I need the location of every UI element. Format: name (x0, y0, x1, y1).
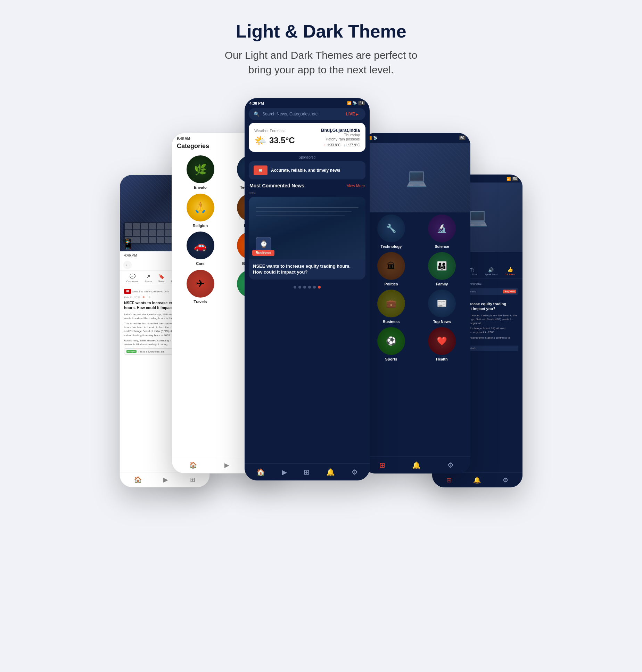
category-circle: 🚗 (187, 232, 214, 259)
weather-left: Weather Forecast 🌤️ 33.5°C (254, 129, 295, 146)
carousel-dot[interactable] (298, 286, 301, 289)
section-header: Most Commented News View More (245, 183, 370, 191)
signal-icon: 📡 (353, 101, 357, 105)
rc-nav-settings[interactable]: ⚙ (447, 461, 454, 469)
cl-nav-home[interactable]: 🏠 (189, 461, 197, 469)
article-card[interactable]: ⌚ Business NSEE wants to increase equity… (249, 197, 365, 280)
category-circle: 🙏 (187, 194, 214, 221)
category-item-religion[interactable]: 🙏 Religion (177, 194, 224, 228)
dark-category-circle: 💼 (377, 290, 405, 317)
dark-category-circle: 🏛 (377, 252, 405, 280)
phones-showcase: 📱 4:46 PM ← 💬 Comment ↗ Share 🔖 Sa (113, 98, 529, 550)
dark-category-item-health[interactable]: ❤️ Health (418, 327, 466, 361)
r-buy-now-button[interactable]: Buy Now (503, 290, 516, 293)
dark-category-circle: ❤️ (428, 327, 456, 355)
rc-status-bar: 📶 📡 50 (363, 133, 470, 143)
category-circle: 🌿 (187, 155, 214, 183)
main-title: Light & Dark Theme (225, 21, 418, 42)
category-circle: ✈ (187, 270, 214, 298)
dark-category-circle: 🔬 (428, 214, 456, 242)
sponsored-label: Sponsored (245, 155, 370, 159)
phone-rc-nav: ⊞ 🔔 ⚙ (363, 456, 470, 473)
category-item-cars[interactable]: 🚗 Cars (177, 232, 224, 266)
weather-hl: ↑ H:33.8°C ↓ L:27.9°C (321, 143, 360, 147)
dark-category-label: Business (383, 319, 400, 324)
phone-right-center: 📶 📡 50 💻 🔧 Technology 🔬 Science 🏛 (363, 133, 470, 473)
back-button[interactable]: ← (123, 261, 132, 269)
live-badge: LIVE ▶ (344, 111, 361, 117)
dark-category-item-politics[interactable]: 🏛 Politics (368, 252, 415, 286)
dark-category-item-sports[interactable]: ⚽ Sports (368, 327, 415, 361)
search-icon: 🔍 (254, 111, 260, 117)
article-card-image: ⌚ Business (249, 197, 365, 259)
dark-category-label: Politics (384, 282, 398, 286)
carousel-dot[interactable] (294, 286, 296, 289)
c-nav-home[interactable]: 🏠 (256, 468, 265, 476)
phone-r-nav: ⊞ 🔔 ⚙ (432, 472, 522, 487)
nav-home-icon[interactable]: 🏠 (134, 476, 142, 484)
nav-video-icon[interactable]: ▶ (163, 476, 168, 484)
dark-category-circle: 👨‍👩‍👧 (428, 252, 456, 280)
weather-card: Weather Forecast 🌤️ 33.5°C Bhuj,Gujarat,… (249, 123, 365, 152)
battery-icon: 51 (358, 101, 365, 105)
ad-news-logo: 📰 (254, 165, 268, 175)
dark-category-label: Science (435, 244, 449, 249)
r-nav-grid[interactable]: ⊞ (446, 476, 452, 484)
dark-category-item-top-news[interactable]: 📰 Top News (418, 290, 466, 324)
c-nav-video[interactable]: ▶ (282, 468, 287, 476)
dark-category-label: Technology (381, 244, 402, 249)
phone-center-nav: 🏠 ▶ ⊞ 🔔 ⚙ (245, 463, 370, 480)
center-search-bar[interactable]: 🔍 Search News, Categories, etc. LIVE ▶ (249, 108, 365, 120)
weather-right: Bhuj,Gujarat,India Thursday Patchy rain … (321, 128, 360, 147)
test-label: test (245, 191, 370, 197)
c-nav-grid[interactable]: ⊞ (304, 468, 310, 476)
dark-category-circle: 📰 (428, 290, 456, 317)
weather-icon: 🌤️ (254, 135, 266, 146)
center-status-bar: 4:38 PM 📶 📡 51 (245, 98, 370, 107)
dark-category-item-technology[interactable]: 🔧 Technology (368, 214, 415, 249)
c-nav-bell[interactable]: 🔔 (326, 468, 335, 476)
business-category-badge: Business (252, 250, 274, 256)
carousel-dot[interactable] (303, 286, 306, 289)
comment-action[interactable]: 💬 Comment (126, 274, 139, 283)
r-nav-bell[interactable]: 🔔 (473, 476, 481, 484)
phone-center-main: 4:38 PM 📶 📡 51 🔍 Search News, Categories… (245, 98, 370, 480)
dark-category-label: Sports (385, 357, 397, 361)
category-item-envato[interactable]: 🌿 Envato (177, 155, 224, 190)
category-label: Envato (194, 185, 207, 189)
carousel-dot[interactable] (318, 286, 321, 289)
save-action[interactable]: 🔖 Save (158, 274, 164, 283)
dark-category-item-business[interactable]: 💼 Business (368, 290, 415, 324)
r-likes: 👍 12 likes (505, 267, 515, 276)
category-label: Cars (196, 261, 204, 266)
dark-category-label: Family (436, 282, 448, 286)
carousel-dot[interactable] (308, 286, 311, 289)
dark-category-circle: ⚽ (377, 327, 405, 355)
dark-category-circle: 🔧 (377, 214, 405, 242)
ad-card: 📰 Accurate, reliable, and timely news (249, 161, 365, 179)
dark-category-item-family[interactable]: 👨‍👩‍👧 Family (418, 252, 466, 286)
carousel-dot[interactable] (313, 286, 316, 289)
article-card-body: NSEE wants to increase equity trading ho… (249, 259, 365, 280)
rc-nav-grid[interactable]: ⊞ (379, 461, 385, 469)
rc-nav-bell[interactable]: 🔔 (412, 461, 421, 469)
categories-grid-dark: 🔧 Technology 🔬 Science 🏛 Politics 👨‍👩‍👧 … (363, 212, 470, 365)
center-time: 4:38 PM (249, 101, 264, 105)
r-nav-settings[interactable]: ⚙ (503, 476, 508, 484)
news-logo-icon: 📰 (124, 289, 131, 294)
c-nav-settings[interactable]: ⚙ (352, 468, 358, 476)
category-item-travels[interactable]: ✈ Travels (177, 270, 224, 305)
category-label: Travels (194, 300, 207, 304)
r-speakloud-action[interactable]: 🔊 Speak Loud (484, 267, 497, 276)
view-more-link[interactable]: View More (347, 184, 365, 188)
subtitle: Our Light and Dark Themes are perfect to… (225, 48, 418, 77)
share-action[interactable]: ↗ Share (145, 274, 152, 283)
category-label: Religion (193, 224, 208, 228)
status-icons: 📶 📡 51 (347, 101, 365, 105)
dark-category-item-science[interactable]: 🔬 Science (418, 214, 466, 249)
wifi-icon: 📶 (347, 101, 351, 105)
dark-category-label: Health (436, 357, 448, 361)
cl-nav-video[interactable]: ▶ (224, 461, 229, 469)
nav-grid-icon[interactable]: ⊞ (190, 476, 195, 484)
carousel-dots (245, 283, 370, 291)
